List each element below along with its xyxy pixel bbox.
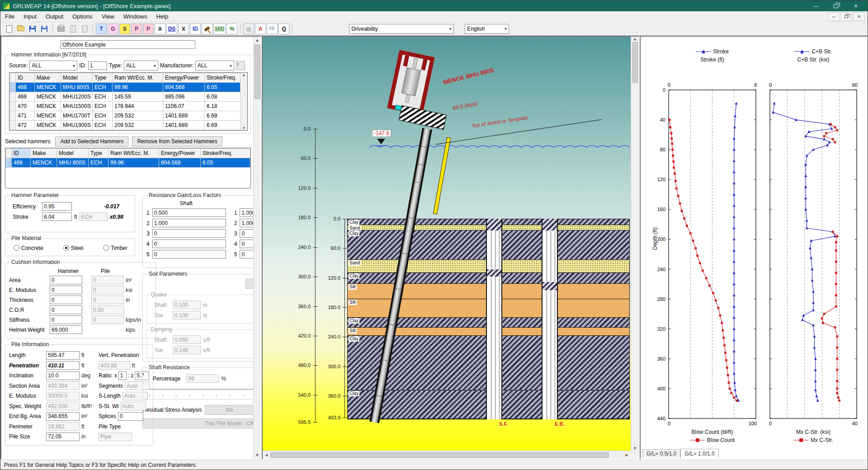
cushion-cor-pile-field <box>91 306 124 314</box>
helmet-weight-input[interactable] <box>50 325 82 334</box>
hammer-table-scrollbar[interactable]: ▲▼ <box>240 73 247 130</box>
svg-text:0: 0 <box>668 421 670 426</box>
residual-stress-button[interactable]: No <box>205 405 254 415</box>
quake-shaft-label: Shaft <box>154 302 170 308</box>
selected-hammers-table[interactable]: IDMakeModelTypeRam Wt/Ecc. M.Energy/Powe… <box>5 148 250 168</box>
menu-help[interactable]: Help <box>151 12 173 21</box>
menu-windows[interactable]: Windows <box>119 12 152 21</box>
tab-gl-10[interactable]: G/L= 1.0/1.0 <box>680 449 718 458</box>
pile-size-input[interactable] <box>46 432 80 441</box>
source-label: Source: <box>9 62 28 69</box>
perimeter-field <box>46 422 80 431</box>
hammer-database-table[interactable]: IDMakeModelTypeRam Wt/Ecc. M.Energy/Powe… <box>9 73 241 130</box>
stroke-input[interactable] <box>42 212 72 221</box>
menu-input[interactable]: Input <box>19 12 41 21</box>
report-icon[interactable] <box>79 24 90 34</box>
hammer-id-input[interactable] <box>88 61 107 70</box>
save-icon[interactable] <box>27 24 38 34</box>
shaft-column-label: Shaft <box>146 200 226 207</box>
menu-output[interactable]: Output <box>41 12 68 21</box>
radio-timber[interactable]: Timber <box>103 245 127 251</box>
cushion-stiffness-hammer-input[interactable] <box>50 315 82 324</box>
collapse-filter-button[interactable]: ↑ <box>236 61 245 70</box>
units-dropdown[interactable]: English▾ <box>465 24 509 34</box>
pile-length-input[interactable] <box>46 351 80 360</box>
ratio-x-input[interactable] <box>118 371 127 380</box>
menu-view[interactable]: View <box>97 12 119 21</box>
menu-file[interactable]: File <box>0 12 19 21</box>
jacket-label: Top of Jacket or Template <box>472 115 528 128</box>
shaft-factors-list[interactable]: 12345 <box>146 208 226 258</box>
analysis-type-dropdown[interactable]: Driveability▾ <box>349 24 454 34</box>
spec-weight-field <box>46 402 80 410</box>
quake-shaft-field <box>173 301 201 309</box>
toolbar-btn-depth[interactable]: ID <box>190 24 201 34</box>
center-vertical-scrollbar[interactable]: ▲▼ <box>631 37 639 451</box>
selected-hammers-table-wrap: IDMakeModelTypeRam Wt/Ecc. M.Energy/Powe… <box>5 148 251 188</box>
cushion-area-hammer-input[interactable] <box>50 276 82 284</box>
factor-input[interactable] <box>152 219 226 227</box>
minimize-icon[interactable]: – <box>806 0 826 11</box>
menu-options[interactable]: Options <box>68 12 97 21</box>
hammer-icon[interactable] <box>202 24 212 34</box>
toolbar-btn-cut-x[interactable]: X <box>155 24 165 34</box>
toolbar-btn-analysis[interactable]: A <box>255 24 266 34</box>
new-file-icon[interactable] <box>4 24 14 34</box>
left-panel-scrollbar[interactable]: ▲▼ <box>253 37 261 459</box>
cushion-cor-hammer-input[interactable] <box>50 306 82 314</box>
factor-input[interactable] <box>152 229 226 238</box>
close-icon[interactable]: × <box>846 0 866 11</box>
print-preview-icon[interactable] <box>67 24 78 34</box>
toolbar-btn-pile1[interactable]: P <box>131 24 142 34</box>
toolbar-btn-srd[interactable]: SRD <box>213 24 226 34</box>
toolbar-btn-x2[interactable]: X <box>178 24 189 34</box>
toolbar-btn-percent[interactable]: % <box>226 24 237 34</box>
type-dropdown[interactable]: ALL▾ <box>124 61 158 70</box>
toolbar-btn-general[interactable]: G <box>108 24 118 34</box>
penetration-input[interactable] <box>46 361 80 370</box>
cushion-emod-pile-field <box>91 286 124 294</box>
toolbar-btn-quake[interactable]: Q <box>278 24 289 34</box>
toolbar-btn-soil[interactable]: S <box>119 24 130 34</box>
save-as-icon[interactable] <box>39 24 50 34</box>
two-pile-model-button[interactable]: Two Pile Model - Off <box>142 418 262 428</box>
factor-input[interactable] <box>152 250 226 258</box>
remove-from-selected-button[interactable]: Remove from Selected Hammers <box>132 136 222 146</box>
scroll-down-icon: ▼ <box>255 451 259 459</box>
toolbar-btn-pile2[interactable]: P <box>143 24 154 34</box>
inclination-input[interactable] <box>46 371 80 380</box>
restore-icon[interactable] <box>826 0 846 11</box>
damping-group: Damping Shafts/ft Toes/ft <box>146 326 262 358</box>
sstwt-label: S-St. Wt <box>99 403 119 409</box>
blow-count-legend-marker <box>690 438 705 442</box>
mdi-restore-icon[interactable] <box>840 13 852 21</box>
radio-concrete[interactable]: Concrete <box>14 245 43 251</box>
toolbar-btn-ds[interactable]: DS <box>166 24 177 34</box>
scroll-up-icon: ▲ <box>633 37 637 41</box>
center-horizontal-scrollbar[interactable]: ◄► <box>263 451 631 459</box>
splices-input[interactable] <box>118 412 143 421</box>
factor-input[interactable] <box>152 208 226 217</box>
tab-gl-05[interactable]: G/L= 0.5/1.0 <box>642 449 680 458</box>
grlweap-window: GRLWEAP 14-[Offshore version] - [OffShor… <box>0 0 868 470</box>
radio-steel[interactable]: Steel <box>63 245 83 251</box>
print-icon[interactable] <box>56 24 66 34</box>
project-title-input[interactable] <box>61 40 195 49</box>
shaft-resistance-slider[interactable] <box>148 385 262 394</box>
open-file-icon[interactable] <box>15 24 26 34</box>
manufacturer-dropdown[interactable]: ALL▾ <box>195 61 234 70</box>
end-bearing-area-input[interactable] <box>46 412 80 421</box>
add-to-selected-button[interactable]: Add to Selected Hammers <box>55 136 128 146</box>
cushion-thickness-hammer-input[interactable] <box>50 296 82 304</box>
mdi-minimize-icon[interactable]: – <box>828 13 840 21</box>
source-dropdown[interactable]: ALL▾ <box>29 61 77 70</box>
svg-text:240: 240 <box>657 267 665 272</box>
cushion-emod-hammer-input[interactable] <box>50 286 82 294</box>
factor-input[interactable] <box>152 240 226 248</box>
mdi-close-icon[interactable]: × <box>853 13 865 21</box>
toolbar-btn-ff[interactable]: FF <box>267 24 278 34</box>
scroll-left-icon: ◄ <box>264 453 269 457</box>
toolbar-btn-title[interactable]: T <box>96 24 107 34</box>
efficiency-input[interactable] <box>42 202 72 211</box>
efficiency-label: Efficiency <box>13 203 40 210</box>
